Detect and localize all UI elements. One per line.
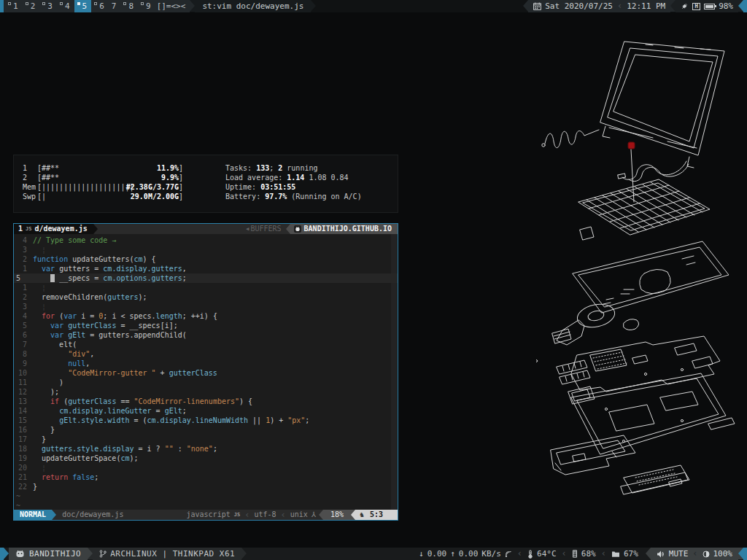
code-line: 9 null, [14,359,398,368]
code-line: 7 elt( [14,340,398,349]
line-number: 5 [14,273,33,283]
chevron-separator-icon: ‹ [244,510,250,520]
code-line: 4 for (var i = 0; i < specs.length; ++i)… [14,311,398,321]
tag-indicator [8,2,11,5]
workspace-tag-4[interactable]: 4 [57,0,74,12]
line-number: 4 [14,236,33,245]
javascript-filetype-icon: JS [234,510,240,520]
powerline-cap [738,548,743,559]
powerline-separator [241,548,247,559]
code-line: 14 cm.display.lineGutter = gElt; [14,406,398,416]
statusline-filename: doc/dewayem.js [56,510,129,520]
meter-1: 1[##**11.9%] [23,163,206,173]
line-number: 1 [14,283,33,292]
code-line: 21 return false; [14,472,398,482]
line-number: 4 [14,311,33,321]
calendar-icon [533,2,541,10]
system-info: Tasks: 133; 2 runningLoad average: 1.14 … [225,163,362,204]
workspace-tag-3[interactable]: 3 [39,0,57,12]
meter-swp: Swp[|29.0M/2.00G] [23,192,206,201]
network-stats: ↓ 0.00 ↑ 0.00 KB/s [414,548,516,560]
code-line: 6 var gElt = gutters.appendChild( [14,330,398,340]
powerline-separator [311,0,316,12]
workspace-tag-9[interactable]: 9 [138,0,155,12]
code-line: 2function updateGutters(cm) { [14,254,398,264]
bar-accent-cap-right [743,548,747,560]
chevron-separator-icon: ‹ [561,548,568,560]
vim-editor-window[interactable]: 1 JS d/dewayem.js ◀ BUFFERS BANDITHIJO.G… [13,223,398,521]
upload-arrow-icon: ↑ [450,548,455,560]
javascript-filetype-icon: JS [26,224,31,234]
ram-value: 68% [581,548,596,560]
line-number: 8 [14,349,33,359]
brightness-icon [703,551,710,558]
download-arrow-icon: ↓ [419,548,424,560]
ram-stat: 68% [568,548,600,560]
thermometer-icon [527,550,533,559]
date-text: Sat 2020/07/25 [545,0,613,12]
line-number: 14 [14,406,33,416]
chevron-separator-icon: ‹ [516,548,523,560]
tag-indicator [141,2,144,5]
cursor-position: 5:3 [370,510,383,520]
tag-indicator [60,2,63,5]
statusline-spacer [129,510,186,520]
encoding-text: utf-8 [254,510,276,520]
chevron-separator-icon: ‹ [616,0,623,12]
line-number: 19 [14,454,33,463]
temperature-value: 64°C [537,548,557,560]
workspace-tag-5[interactable]: 5 [74,0,92,12]
powerline-separator [190,0,195,12]
session-label: BANDITHIJO.GITHUB.IO [304,224,392,234]
code-line: 3 ¦ [14,245,398,254]
tag-indicator [94,2,97,5]
line-number: 22 [14,482,33,491]
code-line: 3 ¦ [14,302,398,311]
line-number: 16 [14,425,33,435]
username: BANDITHIJO [29,548,81,560]
wallpaper-thinkpad-exploded-art [536,18,747,540]
code-line: 11 ) [14,378,398,387]
top-status-bar: 123456789 []=<>< st:vim doc/dewayem.js S… [0,0,747,12]
code-area[interactable]: 4// Type some code →3 ¦2function updateG… [14,234,398,510]
bottombar-spacer [247,548,414,560]
user-segment: BANDITHIJO [9,548,88,560]
system-monitor-window[interactable]: 1[##**11.9%]2[##**9.9%]Mem[|||||||||||||… [13,155,398,213]
line-number: 9 [14,359,33,368]
code-line: 4// Type some code → [14,236,398,245]
system-segment: ARCHLINUX | THINKPAD X61 [93,548,241,560]
session-segment: BANDITHIJO.GITHUB.IO [290,224,398,234]
chevron-separator-icon: ‹ [692,548,698,560]
hibernate-icon: H [692,3,700,10]
desktop: 123456789 []=<>< st:vim doc/dewayem.js S… [0,0,747,560]
code-line: 22} [14,482,398,491]
active-buffer-tab[interactable]: 1 JS d/dewayem.js [14,224,93,234]
memory-chip-icon [572,550,578,558]
triangle-left-icon: ◀ [246,224,249,234]
code-line: 5 var gutterClass = __specs[i]; [14,321,398,330]
git-branch-icon [99,550,107,558]
code-line: 20 ¦ [14,463,398,472]
vim-statusline: NORMAL doc/dewayem.js javascript JS ‹ ut… [14,510,398,520]
workspace-tag-6[interactable]: 6 [91,0,109,12]
code-line: 18 gutters.style.display = i ? "" : "non… [14,444,398,454]
power-segment: H 98% [676,0,738,12]
code-lines: 4// Type some code →3 ¦2function updateG… [14,236,398,510]
buffer-number: 1 [18,224,23,234]
battery-percent: 98% [719,0,733,12]
code-line: 17 } [14,435,398,444]
layout-symbol[interactable]: []=<>< [155,0,190,12]
powerline-separator [646,548,651,559]
line-number: 21 [14,472,33,482]
line-number: 12 [14,387,33,397]
buffer-name: d/dewayem.js [34,224,87,234]
workspace-tag-2[interactable]: 2 [23,0,40,12]
bar-accent-cap-right [743,0,747,12]
workspace-tag-1[interactable]: 1 [5,0,23,12]
workspace-tag-7[interactable]: 7 [109,0,121,12]
time-text: 12:11 PM [627,0,665,12]
tabline-spacer [98,224,241,234]
powerline-separator [670,0,676,12]
workspace-tag-8[interactable]: 8 [120,0,138,12]
system-info-row: Uptime: 03:51:55 [225,182,362,192]
